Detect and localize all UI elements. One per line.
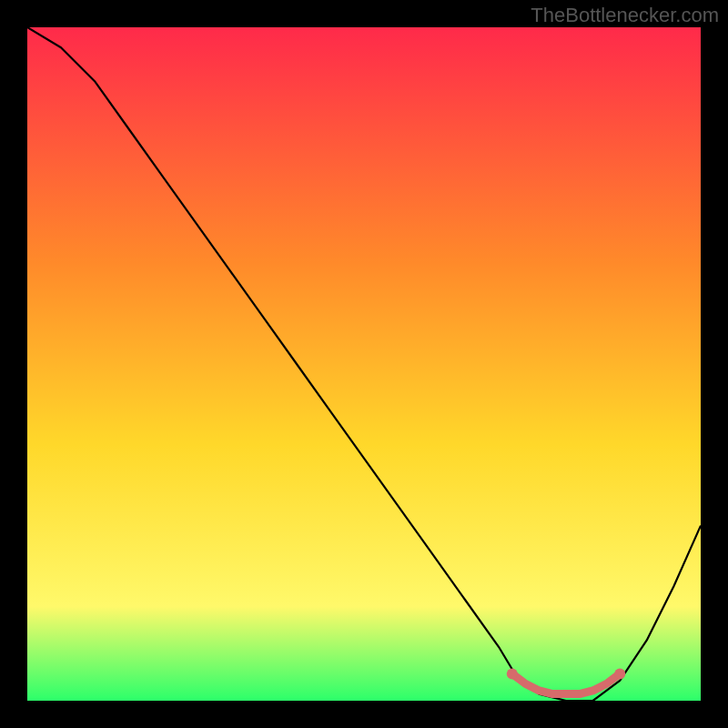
optimal-segment-dot xyxy=(614,668,625,679)
chart-container: TheBottlenecker.com xyxy=(0,0,728,728)
optimal-segment-dot xyxy=(507,668,518,679)
watermark-text: TheBottlenecker.com xyxy=(531,4,719,27)
plot-area xyxy=(27,27,701,701)
chart-svg xyxy=(27,27,701,701)
